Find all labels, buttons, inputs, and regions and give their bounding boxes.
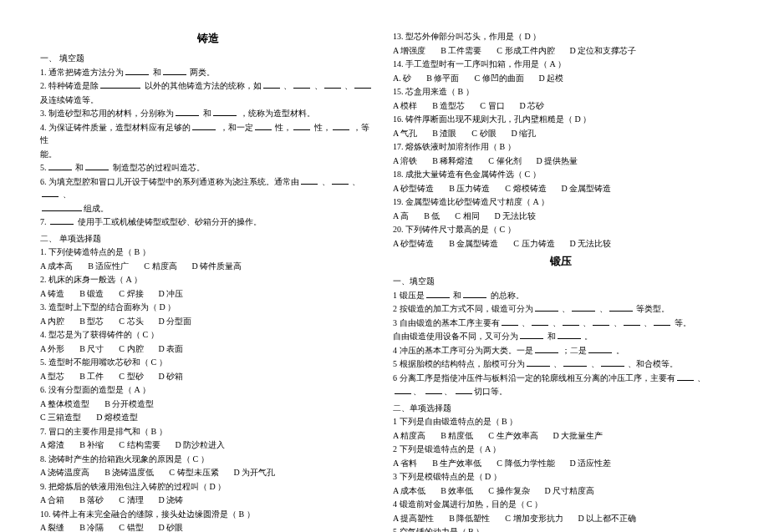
blank [677, 372, 694, 381]
dq1: 1 下列是自由锻造特点的是（ B ） [393, 415, 729, 428]
q5-fill: 5. 和 制造型芯的过程叫造芯。 [40, 161, 376, 175]
blank [163, 67, 186, 75]
dq3: 3 下列是模锻特点的是（ D ） [393, 470, 729, 484]
blank [463, 290, 486, 298]
q2-fill: 2. 特种铸造是除 以外的其他铸造方法的统称，如 、 、 、 [40, 79, 376, 93]
f3b: 自由锻造使用设备不同，又可分为 和 。 [393, 330, 729, 343]
blank [502, 317, 518, 326]
blank [255, 122, 272, 130]
dq2: 2 下列是锻造特点的是（ A ） [393, 443, 729, 456]
blank [563, 317, 579, 326]
blank [192, 122, 216, 130]
title-casting: 铸造 [40, 30, 376, 47]
mcq19-options: A 高 B 低 C 相同 D 无法比较 [393, 210, 729, 223]
dq4-options: A 提高塑性 B 降低塑性 C 增加变形抗力 D 以上都不正确 [393, 512, 729, 525]
mcq9-options: A 合箱 B 落砂 C 清理 D 浇铸 [40, 494, 376, 507]
mcq15-options: A 模样 B 造型芯 C 冒口 D 芯砂 [393, 99, 729, 113]
blank [527, 358, 550, 367]
mcq5-options: A 型芯 B 工件 C 型砂 D 砂箱 [40, 370, 376, 383]
blank [532, 317, 548, 326]
mcq9: 9. 把熔炼后的铁液用泡包注入铸腔的过程叫（ D ） [40, 480, 376, 494]
document-page: 铸造 一、 填空题 1. 通常把铸造方法分为 和 两类。 2. 特种铸造是除 以… [40, 30, 729, 532]
f6: 6 分离工序是指使冲压件与板料沿一定的轮廓线相互分离的冲压工序，主要有 、 [393, 372, 729, 385]
mcq14: 14. 手工造型时有一工序叫扣箱，作用是（ A ） [393, 58, 729, 71]
blank [332, 176, 349, 185]
mcq6-options: A 整体模造型 B 分开模造型 [40, 398, 376, 411]
mcq18-options: A 砂型铸造 B 压力铸造 C 熔模铸造 D 金属型铸造 [393, 182, 729, 195]
mcq3-options: A 内腔 B 型芯 C 芯头 D 分型面 [40, 315, 376, 328]
f3: 3 自由锻造的基本工序主要有 、 、 、 、 、 等。 [393, 317, 729, 330]
left-column: 铸造 一、 填空题 1. 通常把铸造方法分为 和 两类。 2. 特种铸造是除 以… [40, 30, 376, 532]
blank [293, 80, 310, 89]
blank [535, 345, 558, 353]
blank [100, 80, 140, 89]
blank [520, 331, 543, 339]
blank [176, 108, 199, 116]
mcq8: 8. 浇铸时产生的抬箱跑火现象的原因是（ C ） [40, 453, 376, 466]
section-fill-2: 一、填空题 [393, 275, 729, 288]
dq5: 5 空气锤的动力是（ B ） [393, 525, 729, 532]
mcq13: 13. 型芯外伸部分叫芯头，作用是（ D ） [393, 30, 729, 43]
mcq16: 16. 铸件厚断面出现不规则大孔，孔内壁粗糙是（ D ） [393, 113, 729, 126]
blank [563, 358, 587, 367]
section-fill-blank: 一、 填空题 [40, 52, 376, 65]
section-mcq-2: 二、单项选择题 [393, 402, 729, 415]
blank [48, 162, 72, 170]
right-column: 13. 型芯外伸部分叫芯头，作用是（ D ） A 增强度 B 工件需要 C 形成… [393, 30, 729, 532]
blank [593, 317, 609, 326]
q1-fill: 1. 通常把铸造方法分为 和 两类。 [40, 66, 376, 79]
dq2-options: A 省料 B 生产效率低 C 降低力学性能 D 适应性差 [393, 457, 729, 470]
mcq3: 3. 造型时上下型的结合面称为（ D ） [40, 301, 376, 314]
q7-fill: 7. 使用手工或机械使铸型或型砂、砂箱分开的操作。 [40, 215, 376, 229]
mcq2-options: A 铸造 B 锻造 C 焊接 D 冲压 [40, 287, 376, 301]
blank [426, 290, 450, 298]
blank [125, 67, 149, 75]
blank [395, 386, 411, 394]
blank [333, 122, 349, 130]
blank [354, 80, 371, 89]
mcq17-options: A 溶铁 B 稀释熔渣 C 催化剂 D 提供热量 [393, 155, 729, 168]
mcq13-options: A 增强度 B 工件需要 C 形成工件内腔 D 定位和支撑芯子 [393, 44, 729, 58]
blank [588, 345, 612, 353]
blank [213, 108, 237, 116]
blank [535, 303, 558, 312]
blank [609, 303, 633, 312]
mcq14-options: A. 砂 B 修平面 C 修凹的曲面 D 起模 [393, 72, 729, 85]
blank [324, 80, 341, 89]
blank [50, 216, 74, 225]
q4-fill: 4. 为保证铸件质量，造型材料应有足够的 ，和一定 性， 性， ，等性 [40, 121, 376, 147]
q6-fill: 6. 为填充型腔和冒口儿开设于铸型中的系列通道称为浇注系统。通常由 、 、 、 [40, 175, 376, 201]
blank [456, 386, 472, 394]
dq4: 4 锻造前对金属进行加热，目的是（ C ） [393, 498, 729, 511]
mcq10: 10. 铸件上有未完全融合的缝隙，接头处边缘圆滑是（ B ） [40, 508, 376, 521]
section-mcq: 二、 单项选择题 [40, 232, 376, 246]
mcq16-options: A 气孔 B 渣眼 C 砂眼 D 缩孔 [393, 127, 729, 140]
blank [42, 203, 82, 211]
blank [624, 317, 640, 326]
title-forging: 锻压 [393, 253, 729, 270]
mcq17: 17. 熔炼铁液时加溶剂作用（ B ） [393, 140, 729, 154]
dq3-options: A 成本低 B 效率低 C 操作复杂 D 尺寸精度高 [393, 484, 729, 498]
mcq1-options: A 成本高 B 适应性广 C 精度高 D 铸件质量高 [40, 260, 376, 273]
mcq15: 15. 芯盒用来造（ B ） [393, 85, 729, 99]
blank [572, 303, 595, 312]
blank [263, 80, 280, 89]
mcq18: 18. 成批大量铸造有色金属铸件选（ C ） [393, 168, 729, 181]
mcq20-options: A 砂型铸造 B 金属型铸造 C 压力铸造 D 无法比较 [393, 237, 729, 251]
f1: 1 锻压是 和 的总称。 [393, 289, 729, 302]
q6-cont: 组成。 [40, 202, 376, 215]
mcq6: 6. 没有分型面的造型是（ A ） [40, 383, 376, 397]
blank [654, 317, 670, 326]
q3-fill: 3. 制造砂型和芯用的材料，分别称为 和 ，统称为造型材料。 [40, 107, 376, 120]
mcq7-options: A 熔渣 B 补缩 C 结构需要 D 防沙粒进入 [40, 438, 376, 452]
mcq8-options: A 浇铸温度高 B 浇铸温度低 C 铸型未压紧 D 为开气孔 [40, 466, 376, 479]
mcq10-options: A 裂缝 B 冷隔 C 错型 D 砂眼 [40, 521, 376, 532]
dq1-options: A 精度高 B 精度低 C 生产效率高 D 大批量生产 [393, 429, 729, 443]
mcq20: 20. 下列铸件尺寸最高的是（ C ） [393, 223, 729, 236]
blank [85, 162, 109, 170]
blank [293, 122, 310, 130]
q4-cont: 能。 [40, 148, 376, 161]
f5: 5 根据胎模的结构特点，胎模可分为 、 、 、和合模等。 [393, 357, 729, 371]
q2-cont: 及连续铸造等。 [40, 94, 376, 107]
blank [301, 176, 318, 185]
